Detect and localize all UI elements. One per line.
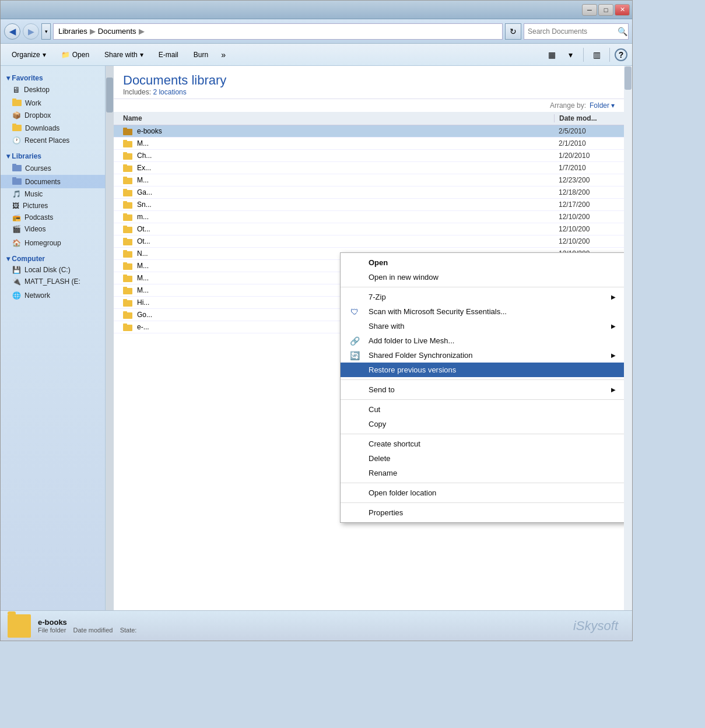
- context-menu-item[interactable]: Properties: [341, 505, 624, 520]
- toolbar-separator: [583, 48, 584, 62]
- sidebar-scroll-thumb[interactable]: [106, 78, 113, 112]
- sidebar-item-work[interactable]: Work: [1, 96, 105, 110]
- refresh-button[interactable]: ↻: [505, 23, 521, 40]
- context-menu-item[interactable]: Share with▶: [341, 319, 624, 333]
- view-arrow-button[interactable]: ▾: [562, 47, 578, 63]
- context-menu-item[interactable]: 🔗Add folder to Live Mesh...: [341, 333, 624, 348]
- context-menu-item[interactable]: Open folder location: [341, 486, 624, 500]
- sidebar-item-documents[interactable]: Documents: [1, 175, 105, 188]
- computer-label: Computer: [12, 255, 45, 263]
- help-button[interactable]: ?: [615, 48, 627, 61]
- email-button[interactable]: E-mail: [152, 47, 185, 63]
- status-bar: e-books File folder Date modified State:…: [1, 610, 632, 641]
- window-controls: ─ □ ✕: [582, 4, 630, 16]
- context-menu-separator: [341, 379, 624, 380]
- sidebar-item-podcasts[interactable]: 📻 Podcasts: [1, 212, 105, 223]
- computer-header[interactable]: ▾ Computer: [1, 251, 105, 264]
- homegroup-icon: 🏠: [12, 239, 21, 247]
- organize-button[interactable]: Organize ▾: [5, 47, 52, 63]
- security-icon: 🛡: [349, 306, 360, 318]
- open-icon: 📁: [61, 51, 70, 59]
- burn-label: Burn: [194, 51, 208, 59]
- sidebar-item-homegroup[interactable]: 🏠 Homegroup: [1, 237, 105, 249]
- context-item-label: Properties: [369, 508, 403, 517]
- sidebar-scrollbar[interactable]: [106, 66, 114, 610]
- context-item-label: Open: [369, 258, 388, 267]
- content-scroll-thumb[interactable]: [625, 66, 632, 90]
- burn-button[interactable]: Burn: [187, 47, 215, 63]
- context-menu: OpenOpen in new window7-Zip▶🛡Scan with M…: [340, 252, 624, 523]
- context-item-label: 7-Zip: [369, 293, 386, 301]
- context-menu-item[interactable]: 7-Zip▶: [341, 290, 624, 304]
- context-item-label: Cut: [369, 405, 380, 414]
- sidebar-item-matt-flash[interactable]: 🔌 MATT_FLASH (E:: [1, 276, 105, 287]
- open-button[interactable]: 📁 Open: [55, 47, 96, 63]
- view-icon-button[interactable]: ▦: [543, 47, 560, 63]
- pane-toggle-button[interactable]: ▥: [588, 47, 605, 63]
- search-icon[interactable]: 🔍: [618, 27, 627, 36]
- context-item-label: Open folder location: [369, 488, 436, 497]
- status-item-detail: File folder Date modified State:: [38, 627, 566, 634]
- sidebar-item-music[interactable]: 🎵 Music: [1, 188, 105, 200]
- svg-rect-7: [12, 177, 16, 179]
- address-part-libraries[interactable]: Libraries: [58, 27, 87, 36]
- sidebar-downloads-label: Downloads: [25, 124, 59, 132]
- context-item-label: Share with: [369, 322, 404, 330]
- content-scrollbar[interactable]: [624, 66, 632, 610]
- context-menu-item[interactable]: Open in new window: [341, 270, 624, 284]
- context-menu-separator: [341, 434, 624, 434]
- sidebar-item-courses[interactable]: Courses: [1, 161, 105, 175]
- sidebar-item-dropbox[interactable]: 📦 Dropbox: [1, 110, 105, 121]
- svg-rect-6: [12, 178, 22, 185]
- nav-dropdown-button[interactable]: ▾: [41, 23, 51, 40]
- context-menu-item[interactable]: Create shortcut: [341, 437, 624, 451]
- sidebar-network-label: Network: [24, 291, 50, 300]
- watermark: iSkysoft: [573, 618, 625, 634]
- forward-button[interactable]: ▶: [23, 23, 39, 40]
- flash-drive-icon: 🔌: [12, 277, 21, 286]
- context-menu-item[interactable]: 🔄Shared Folder Synchronization▶: [341, 348, 624, 363]
- more-button[interactable]: »: [217, 47, 230, 63]
- favorites-label: Favorites: [12, 74, 43, 82]
- sidebar-item-pictures[interactable]: 🖼 Pictures: [1, 200, 105, 212]
- submenu-arrow-icon: ▶: [611, 352, 616, 358]
- favorites-header[interactable]: ▾ Favorites: [1, 71, 105, 83]
- sidebar-item-network[interactable]: 🌐 Network: [1, 290, 105, 301]
- sidebar-item-videos[interactable]: 🎬 Videos: [1, 223, 105, 235]
- libraries-section: ▾ Libraries Courses Documents 🎵 Music 🖼: [1, 149, 105, 235]
- context-menu-item[interactable]: Cut: [341, 402, 624, 417]
- context-menu-item[interactable]: Restore previous versions: [341, 363, 624, 377]
- status-item-state: State:: [120, 627, 137, 634]
- submenu-arrow-icon: ▶: [611, 294, 616, 300]
- libraries-header[interactable]: ▾ Libraries: [1, 149, 105, 161]
- sidebar-item-downloads[interactable]: Downloads: [1, 121, 105, 135]
- context-item-label: Copy: [369, 420, 386, 428]
- search-input[interactable]: [528, 27, 615, 36]
- context-menu-item[interactable]: Delete: [341, 451, 624, 466]
- no-icon: [349, 384, 360, 396]
- sidebar-item-local-disk[interactable]: 💾 Local Disk (C:): [1, 264, 105, 276]
- status-item-type: File folder: [38, 627, 66, 634]
- address-path[interactable]: Libraries ▶ Documents ▶: [53, 23, 503, 40]
- close-button[interactable]: ✕: [615, 4, 630, 16]
- sidebar-local-disk-label: Local Disk (C:): [24, 266, 71, 274]
- dropbox-icon: 📦: [12, 111, 21, 119]
- context-menu-item[interactable]: Copy: [341, 417, 624, 431]
- pictures-icon: 🖼: [12, 202, 19, 210]
- minimize-button[interactable]: ─: [582, 4, 597, 16]
- back-button[interactable]: ◀: [4, 23, 20, 40]
- context-menu-item[interactable]: Rename: [341, 466, 624, 480]
- maximize-button[interactable]: □: [598, 4, 613, 16]
- share-with-button[interactable]: Share with ▾: [98, 47, 150, 63]
- status-item-name: e-books: [38, 618, 566, 627]
- no-icon: [349, 467, 360, 479]
- sidebar-item-desktop[interactable]: 🖥 Desktop: [1, 83, 105, 96]
- context-menu-item[interactable]: 🛡Scan with Microsoft Security Essentials…: [341, 304, 624, 319]
- context-menu-item[interactable]: Open: [341, 255, 624, 270]
- sidebar-item-recent-places[interactable]: 🕐 Recent Places: [1, 135, 105, 146]
- address-part-documents[interactable]: Documents: [98, 27, 136, 36]
- sidebar-desktop-label: Desktop: [24, 86, 50, 94]
- email-label: E-mail: [159, 51, 178, 59]
- context-menu-item[interactable]: Send to▶: [341, 382, 624, 397]
- recent-places-icon: 🕐: [12, 136, 21, 145]
